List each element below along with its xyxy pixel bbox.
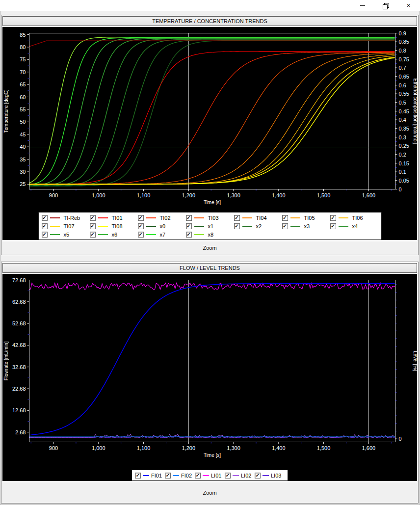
legend-checkbox-LI01[interactable]: ✓ [195, 473, 201, 478]
legend-checkbox-TI01[interactable]: ✓ [90, 215, 96, 221]
close-button[interactable]: × [397, 0, 420, 11]
svg-text:62.68: 62.68 [12, 299, 26, 305]
legend-item-TI-Reb: ✓TI-Reb [42, 213, 90, 222]
minimize-icon [360, 5, 365, 6]
legend-swatch-x1 [194, 226, 204, 227]
legend-checkbox-FI02[interactable]: ✓ [165, 473, 171, 478]
svg-text:0: 0 [399, 436, 402, 442]
legend-checkbox-TI04[interactable]: ✓ [234, 215, 240, 221]
legend-checkbox-TI08[interactable]: ✓ [90, 223, 96, 229]
legend-swatch-x0 [146, 226, 156, 227]
legend-label-x6: x6 [112, 232, 118, 238]
panel-temperature-concentration-trends: TEMPERATURE / CONCENTRATION TRENDS 9001,… [1, 15, 419, 255]
chart-background [2, 274, 417, 468]
legend-checkbox-FI01[interactable]: ✓ [135, 473, 141, 478]
legend-label-TI-Reb: TI-Reb [64, 215, 80, 221]
svg-text:0.4: 0.4 [399, 117, 406, 123]
panel-flow-level-trends: FLOW / LEVEL TRENDS 9001,0001,1001,2001,… [1, 262, 419, 504]
svg-text:55: 55 [20, 106, 26, 112]
svg-text:0.3: 0.3 [399, 134, 406, 140]
svg-text:0.45: 0.45 [399, 108, 409, 114]
temperature-zoom-button[interactable]: Zoom [2, 241, 418, 254]
svg-text:60: 60 [20, 94, 26, 100]
left-y-axis-title: Flowrate [mL/min] [3, 342, 9, 381]
legend-label-TI03: TI03 [208, 215, 219, 221]
svg-text:1,600: 1,600 [362, 192, 376, 198]
legend-item-TI06: ✓TI06 [330, 213, 378, 222]
legend-checkbox-LI02[interactable]: ✓ [225, 473, 231, 478]
maximize-button[interactable] [374, 0, 397, 11]
svg-text:32.68: 32.68 [12, 364, 26, 370]
app-window: × TEMPERATURE / CONCENTRATION TRENDS 900… [0, 0, 420, 11]
legend-checkbox-x2[interactable]: ✓ [234, 223, 240, 229]
legend-label-FI02: FI02 [181, 473, 192, 478]
legend-item-TI03: ✓TI03 [186, 213, 234, 222]
legend-swatch-TI01 [98, 217, 108, 218]
svg-text:2.68: 2.68 [15, 429, 26, 435]
svg-text:0.6: 0.6 [399, 82, 406, 88]
legend-label-TI01: TI01 [112, 215, 123, 221]
titlebar: × [0, 0, 420, 11]
legend-checkbox-TI06[interactable]: ✓ [330, 215, 336, 221]
svg-text:1,100: 1,100 [137, 192, 151, 198]
svg-text:85: 85 [20, 32, 26, 38]
legend-checkbox-TI05[interactable]: ✓ [282, 215, 288, 221]
legend-checkbox-TI07[interactable]: ✓ [42, 223, 48, 229]
legend-label-x2: x2 [256, 223, 262, 229]
svg-text:1,000: 1,000 [92, 445, 105, 451]
flow-zoom-button[interactable]: Zoom [2, 482, 418, 503]
legend-label-TI04: TI04 [256, 215, 267, 221]
svg-text:1,600: 1,600 [362, 445, 376, 451]
legend-swatch-x2 [242, 226, 252, 227]
legend-checkbox-x8[interactable]: ✓ [186, 232, 192, 238]
legend-label-TI02: TI02 [160, 215, 171, 221]
svg-text:1,300: 1,300 [227, 192, 240, 198]
svg-text:0.35: 0.35 [399, 126, 409, 132]
svg-text:80: 80 [20, 44, 26, 50]
flow-legend: ✓FI01✓FI02✓LI01✓LI02✓LI03 [131, 470, 288, 481]
legend-swatch-x8 [194, 234, 204, 235]
svg-text:1,300: 1,300 [227, 445, 240, 451]
legend-item-LI03: ✓LI03 [255, 471, 285, 479]
legend-checkbox-x3[interactable]: ✓ [282, 223, 288, 229]
legend-checkbox-TI03[interactable]: ✓ [186, 215, 192, 221]
svg-text:1,000: 1,000 [92, 192, 105, 198]
legend-checkbox-TI-Reb[interactable]: ✓ [42, 215, 48, 221]
svg-text:0.05: 0.05 [399, 178, 409, 184]
legend-swatch-TI04 [242, 217, 252, 218]
flow-chart-area: 9001,0001,1001,2001,3001,4001,5001,600Ti… [2, 274, 417, 481]
svg-text:1,200: 1,200 [182, 445, 196, 451]
legend-item-LI02: ✓LI02 [225, 471, 255, 479]
restore-icon [383, 3, 388, 8]
legend-checkbox-x0[interactable]: ✓ [138, 223, 144, 229]
x-axis-title: Time [s] [204, 452, 221, 458]
flow-level-chart: 9001,0001,1001,2001,3001,4001,5001,600Ti… [2, 274, 417, 468]
svg-text:50: 50 [20, 119, 26, 125]
legend-label-TI07: TI07 [64, 223, 75, 229]
legend-checkbox-x6[interactable]: ✓ [90, 232, 96, 238]
legend-swatch-x5 [50, 234, 60, 235]
legend-swatch-TI05 [290, 217, 300, 218]
legend-label-TI05: TI05 [304, 215, 315, 221]
legend-checkbox-LI03[interactable]: ✓ [255, 473, 261, 478]
temperature-chart-area: 9001,0001,1001,2001,3001,4001,5001,600Ti… [2, 27, 417, 240]
legend-checkbox-x1[interactable]: ✓ [186, 223, 192, 229]
legend-checkbox-x7[interactable]: ✓ [138, 232, 144, 238]
legend-item-x2: ✓x2 [234, 222, 282, 230]
left-y-axis-title: Temperature [degC] [3, 89, 9, 133]
svg-text:40: 40 [20, 144, 26, 150]
minimize-button[interactable] [351, 0, 374, 11]
svg-text:25: 25 [20, 181, 26, 187]
svg-text:0.2: 0.2 [399, 152, 406, 158]
legend-item-x1: ✓x1 [186, 222, 234, 230]
legend-swatch-LI03 [262, 475, 269, 476]
legend-checkbox-x5[interactable]: ✓ [42, 232, 48, 238]
legend-label-x1: x1 [208, 223, 214, 229]
legend-item-LI01: ✓LI01 [195, 471, 225, 479]
svg-text:0.5: 0.5 [399, 100, 406, 106]
legend-label-x0: x0 [160, 223, 166, 229]
legend-label-LI03: LI03 [271, 473, 281, 478]
legend-swatch-TI-Reb [50, 217, 60, 218]
legend-checkbox-TI02[interactable]: ✓ [138, 215, 144, 221]
legend-checkbox-x4[interactable]: ✓ [330, 223, 336, 229]
